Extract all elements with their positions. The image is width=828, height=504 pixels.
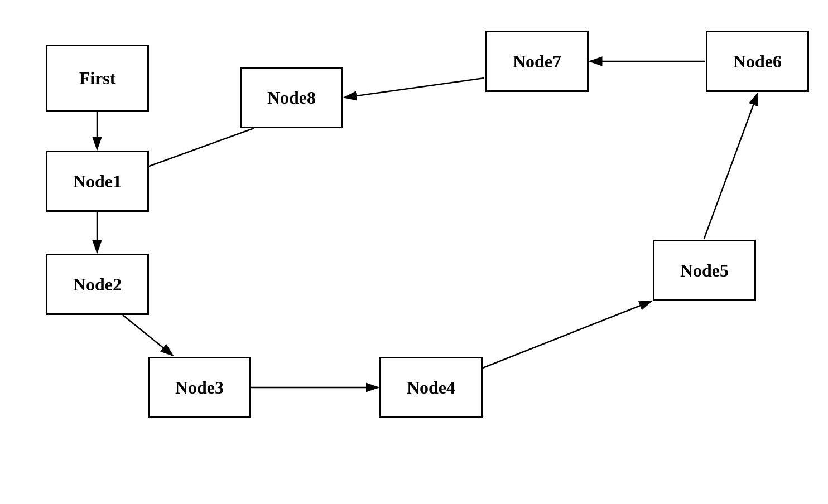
node-node8: Node8 (240, 67, 343, 128)
arrow-node8-to-node1 (134, 128, 254, 172)
node-node4: Node4 (379, 357, 483, 418)
node-node5: Node5 (653, 240, 756, 301)
arrow-node7-to-node8 (344, 78, 484, 98)
node-first: First (46, 45, 149, 112)
node-node3: Node3 (148, 357, 251, 418)
node-node7: Node7 (485, 31, 589, 92)
node-node1: Node1 (46, 151, 149, 212)
node-node2: Node2 (46, 254, 149, 315)
diagram-container: First Node1 Node2 Node3 Node4 Node5 Node… (0, 0, 828, 504)
arrow-node5-to-node6 (704, 93, 758, 239)
arrow-node2-to-node3 (123, 315, 173, 356)
node-node6: Node6 (706, 31, 809, 92)
arrow-node4-to-node5 (483, 301, 652, 368)
